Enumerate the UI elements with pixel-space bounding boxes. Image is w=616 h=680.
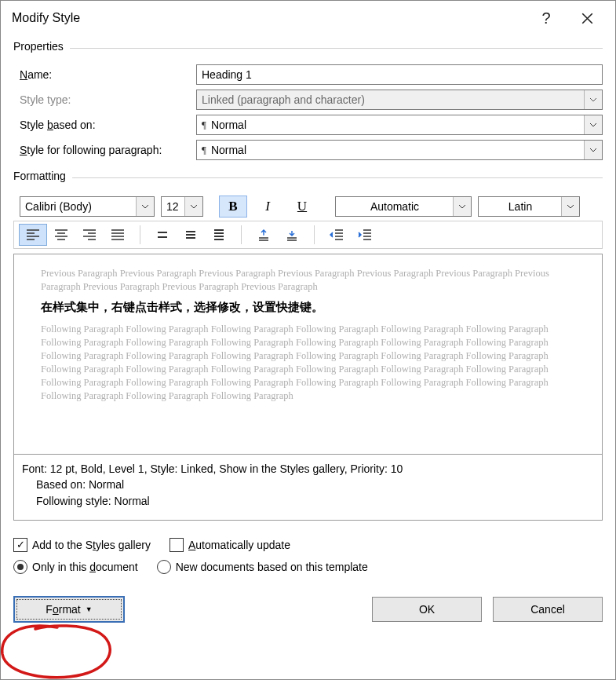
following-paragraph-value: Normal xyxy=(211,144,246,156)
font-size-combo[interactable]: 12 xyxy=(161,196,203,217)
radio-unselected-icon xyxy=(157,560,171,574)
align-left-button[interactable] xyxy=(19,224,47,246)
based-on-value: Normal xyxy=(211,119,246,131)
close-button[interactable] xyxy=(570,2,604,35)
automatically-update-checkbox[interactable]: Automatically update xyxy=(169,538,290,552)
ok-button[interactable]: OK xyxy=(372,597,482,622)
script-combo[interactable]: Latin xyxy=(478,196,580,217)
only-in-this-document-radio[interactable]: Only in this document xyxy=(13,560,138,574)
formatting-group-label: Formatting xyxy=(13,170,72,182)
following-paragraph-label: Style for following paragraph: xyxy=(13,144,196,156)
pilcrow-icon: ¶ xyxy=(202,119,206,131)
name-label: Name: xyxy=(13,68,196,81)
font-name-value: Calibri (Body) xyxy=(25,200,92,213)
checkbox-checked-icon: ✓ xyxy=(13,538,27,552)
properties-group: Properties Name: Style type: Linked (par… xyxy=(13,48,603,165)
space-before-decrease-button[interactable] xyxy=(278,224,306,246)
dialog-title: Modify Style xyxy=(12,11,529,25)
chevron-down-icon[interactable] xyxy=(184,197,202,216)
separator xyxy=(140,225,140,244)
font-size-value: 12 xyxy=(166,200,179,213)
preview-sample-text: 在样式集中，右键点击样式，选择修改，设置快捷键。 xyxy=(41,300,575,316)
separator xyxy=(241,225,242,244)
following-paragraph-combo[interactable]: ¶ Normal xyxy=(196,140,603,160)
italic-button[interactable]: I xyxy=(253,196,282,218)
line-spacing-medium-button[interactable] xyxy=(177,224,205,246)
line-spacing-single-button[interactable] xyxy=(148,224,177,246)
dropdown-caret-icon: ▼ xyxy=(86,605,93,613)
options-area: ✓ Add to the Styles gallery Automaticall… xyxy=(13,535,603,582)
format-button[interactable]: Format ▼ xyxy=(13,596,125,623)
checkbox-unchecked-icon xyxy=(169,538,184,552)
add-to-styles-gallery-checkbox[interactable]: ✓ Add to the Styles gallery xyxy=(13,538,151,552)
underline-button[interactable]: U xyxy=(288,196,316,218)
description-line: Following style: Normal xyxy=(22,493,594,509)
help-button[interactable]: ? xyxy=(529,2,563,35)
modify-style-dialog: Modify Style ? Properties Name: Style ty… xyxy=(0,0,616,680)
description-line: Based on: Normal xyxy=(22,477,594,492)
title-bar: Modify Style ? xyxy=(1,1,615,35)
close-icon xyxy=(581,13,593,24)
formatting-group: Formatting Calibri (Body) 12 B I U Autom… xyxy=(13,177,603,521)
chevron-down-icon[interactable] xyxy=(584,141,602,159)
bold-button[interactable]: B xyxy=(219,196,247,218)
chevron-down-icon[interactable] xyxy=(453,197,471,216)
based-on-combo[interactable]: ¶ Normal xyxy=(196,115,603,135)
space-before-increase-button[interactable] xyxy=(250,224,278,246)
script-value: Latin xyxy=(508,200,532,213)
pilcrow-icon: ¶ xyxy=(202,144,206,156)
decrease-indent-button[interactable] xyxy=(323,224,351,246)
style-type-value: Linked (paragraph and character) xyxy=(202,93,365,106)
chevron-down-icon[interactable] xyxy=(561,197,579,216)
font-color-combo[interactable]: Automatic xyxy=(335,196,472,217)
chevron-down-icon[interactable] xyxy=(584,115,602,134)
description-line: Font: 12 pt, Bold, Level 1, Style: Linke… xyxy=(22,461,594,477)
cancel-button[interactable]: Cancel xyxy=(493,597,603,622)
style-type-combo: Linked (paragraph and character) xyxy=(196,90,603,110)
style-preview: Previous Paragraph Previous Paragraph Pr… xyxy=(13,254,603,455)
based-on-label: Style based on: xyxy=(13,119,196,131)
style-type-label: Style type: xyxy=(13,93,196,106)
paragraph-toolbar xyxy=(13,221,603,249)
radio-selected-icon xyxy=(13,560,27,574)
separator xyxy=(314,225,315,244)
style-description: Font: 12 pt, Bold, Level 1, Style: Linke… xyxy=(13,455,603,521)
align-justify-button[interactable] xyxy=(104,224,132,246)
align-center-button[interactable] xyxy=(47,224,75,246)
new-documents-template-radio[interactable]: New documents based on this template xyxy=(157,560,368,574)
properties-group-label: Properties xyxy=(13,40,70,53)
increase-indent-button[interactable] xyxy=(351,224,379,246)
chevron-down-icon[interactable] xyxy=(136,197,154,216)
dialog-button-row: Format ▼ OK Cancel xyxy=(13,596,603,623)
preview-following-text: Following Paragraph Following Paragraph … xyxy=(41,323,575,402)
font-color-value: Automatic xyxy=(370,200,419,213)
chevron-down-icon xyxy=(584,90,602,109)
align-right-button[interactable] xyxy=(75,224,104,246)
line-spacing-double-button[interactable] xyxy=(205,224,233,246)
preview-previous-text: Previous Paragraph Previous Paragraph Pr… xyxy=(41,267,575,294)
name-input[interactable] xyxy=(196,64,603,85)
font-name-combo[interactable]: Calibri (Body) xyxy=(20,196,155,217)
